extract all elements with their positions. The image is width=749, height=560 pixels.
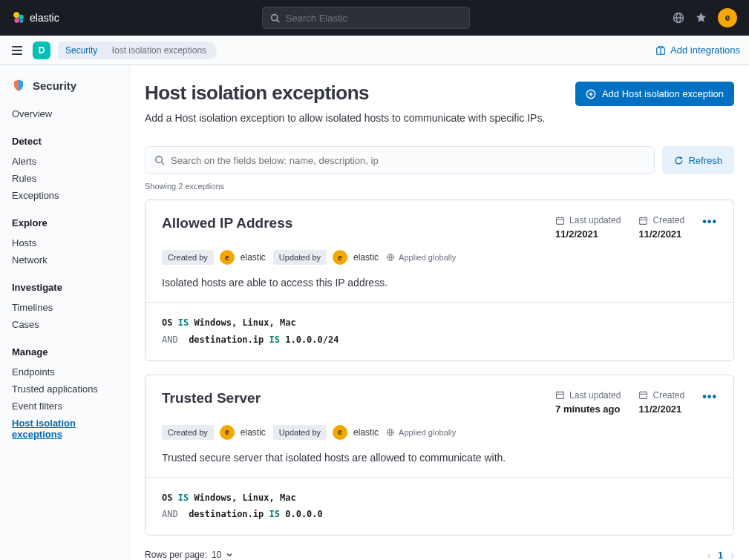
chevron-down-icon xyxy=(226,551,233,559)
sidebar-section: ManageEndpointsTrusted applicationsEvent… xyxy=(12,346,120,443)
condition-line: OS IS Windows, Linux, Mac xyxy=(162,490,717,507)
sidebar-section-label: Manage xyxy=(12,346,120,358)
avatar-icon: e xyxy=(333,425,347,440)
current-page[interactable]: 1 xyxy=(718,550,723,560)
exception-card: Allowed IP AddressLast updated11/2/2021C… xyxy=(145,200,734,361)
exception-title: Trusted Server xyxy=(162,390,261,406)
space-badge[interactable]: D xyxy=(33,42,50,59)
add-integrations-link[interactable]: Add integrations xyxy=(655,45,740,56)
rows-per-page-selector[interactable]: Rows per page: 10 xyxy=(145,550,233,560)
sidebar-title: Security xyxy=(12,79,120,92)
condition-line: OS IS Windows, Linux, Mac xyxy=(162,314,717,332)
svg-point-4 xyxy=(271,14,277,20)
card-actions-button[interactable]: ••• xyxy=(702,215,717,228)
svg-rect-31 xyxy=(640,392,647,399)
conditions-block: OS IS Windows, Linux, MacAND destination… xyxy=(145,303,733,360)
field-search-input[interactable] xyxy=(171,155,645,166)
nav-toggle-icon[interactable] xyxy=(9,43,25,58)
avatar-icon: e xyxy=(333,250,347,265)
help-icon[interactable] xyxy=(695,12,707,24)
add-exception-button[interactable]: Add Host isolation exception xyxy=(575,82,734,106)
page-subtitle: Add a Host isolation exception to allow … xyxy=(145,112,734,124)
updated-by-tag: Updated byeelastic xyxy=(273,425,379,440)
refresh-button[interactable]: Refresh xyxy=(662,146,734,174)
updated-by-tag: Updated byeelastic xyxy=(273,250,379,265)
sidebar-section: Overview xyxy=(12,105,120,122)
globe-icon xyxy=(386,253,395,262)
last-updated-meta: Last updated7 minutes ago xyxy=(555,390,621,415)
created-meta: Created11/2/2021 xyxy=(638,390,684,415)
condition-line: AND destination.ip IS 0.0.0.0 xyxy=(162,506,717,523)
newsfeed-icon[interactable] xyxy=(673,12,684,24)
plus-circle-icon xyxy=(586,89,596,99)
search-icon xyxy=(270,13,280,23)
sidebar-section-label: Investigate xyxy=(12,282,120,293)
sidebar: Security OverviewDetectAlertsRulesExcept… xyxy=(0,65,130,560)
breadcrumb-item: Host isolation exceptions xyxy=(100,42,217,59)
svg-rect-20 xyxy=(640,217,647,224)
security-shield-icon xyxy=(12,79,25,92)
sidebar-item[interactable]: Exceptions xyxy=(12,187,120,204)
created-by-tag: Created byeelastic xyxy=(162,425,266,440)
search-icon xyxy=(154,155,165,165)
refresh-icon xyxy=(674,156,684,165)
sidebar-item[interactable]: Timelines xyxy=(12,299,120,316)
package-icon xyxy=(655,45,666,56)
sidebar-item[interactable]: Event filters xyxy=(12,398,120,415)
svg-point-0 xyxy=(13,12,19,18)
condition-line: AND destination.ip IS 1.0.0.0/24 xyxy=(162,332,717,349)
svg-rect-16 xyxy=(557,217,564,224)
elastic-logo[interactable]: elastic xyxy=(12,11,59,24)
svg-line-15 xyxy=(162,162,165,165)
user-avatar[interactable]: e xyxy=(718,8,737,27)
calendar-icon xyxy=(638,216,648,225)
pager: ‹ 1 › xyxy=(707,549,734,560)
sidebar-item[interactable]: Hosts xyxy=(12,234,120,251)
sidebar-item[interactable]: Host isolation exceptions xyxy=(12,415,120,443)
svg-point-3 xyxy=(20,19,24,23)
global-search-input[interactable] xyxy=(286,13,462,24)
conditions-block: OS IS Windows, Linux, MacAND destination… xyxy=(145,478,733,536)
exception-title: Allowed IP Address xyxy=(162,215,292,231)
last-updated-meta: Last updated11/2/2021 xyxy=(555,215,621,240)
global-search[interactable] xyxy=(262,7,470,29)
sidebar-section: ExploreHostsNetwork xyxy=(12,217,120,269)
sidebar-section-label: Explore xyxy=(12,217,120,228)
svg-point-2 xyxy=(14,18,19,23)
applied-globally-tag: Applied globally xyxy=(386,253,456,262)
sidebar-item[interactable]: Alerts xyxy=(12,153,120,170)
svg-point-14 xyxy=(156,157,163,163)
sidebar-item[interactable]: Endpoints xyxy=(12,363,120,381)
globe-icon xyxy=(386,428,395,437)
sidebar-item[interactable]: Trusted applications xyxy=(12,381,120,398)
sidebar-section: DetectAlertsRulesExceptions xyxy=(12,136,120,204)
elastic-logo-icon xyxy=(12,11,25,24)
breadcrumb-item[interactable]: Security xyxy=(58,42,106,59)
brand-text: elastic xyxy=(30,12,59,24)
sidebar-item[interactable]: Overview xyxy=(12,105,120,122)
main-content: Host isolation exceptions Add Host isola… xyxy=(130,65,749,560)
calendar-icon xyxy=(555,216,565,225)
secondary-bar: D Security Host isolation exceptions Add… xyxy=(0,36,749,65)
svg-rect-27 xyxy=(557,392,564,399)
exception-description: Trusted secure server that isolated host… xyxy=(162,452,717,464)
sidebar-item[interactable]: Rules xyxy=(12,170,120,187)
exception-description: Isolated hosts are able to access this I… xyxy=(162,277,717,289)
created-by-tag: Created byeelastic xyxy=(162,250,266,265)
sidebar-section: InvestigateTimelinesCases xyxy=(12,282,120,333)
avatar-icon: e xyxy=(220,425,235,440)
avatar-icon: e xyxy=(220,250,235,265)
field-search[interactable] xyxy=(145,146,655,174)
sidebar-item[interactable]: Cases xyxy=(12,316,120,333)
card-actions-button[interactable]: ••• xyxy=(702,390,717,403)
top-header: elastic e xyxy=(0,0,749,36)
calendar-icon xyxy=(638,390,648,400)
next-page-button[interactable]: › xyxy=(730,549,734,560)
exception-card: Trusted ServerLast updated7 minutes agoC… xyxy=(145,375,734,536)
results-count: Showing 2 exceptions xyxy=(145,182,734,191)
page-title: Host isolation exceptions xyxy=(145,82,369,105)
breadcrumb: Security Host isolation exceptions xyxy=(58,42,217,59)
prev-page-button[interactable]: ‹ xyxy=(707,549,710,560)
calendar-icon xyxy=(555,390,565,400)
sidebar-item[interactable]: Network xyxy=(12,251,120,269)
